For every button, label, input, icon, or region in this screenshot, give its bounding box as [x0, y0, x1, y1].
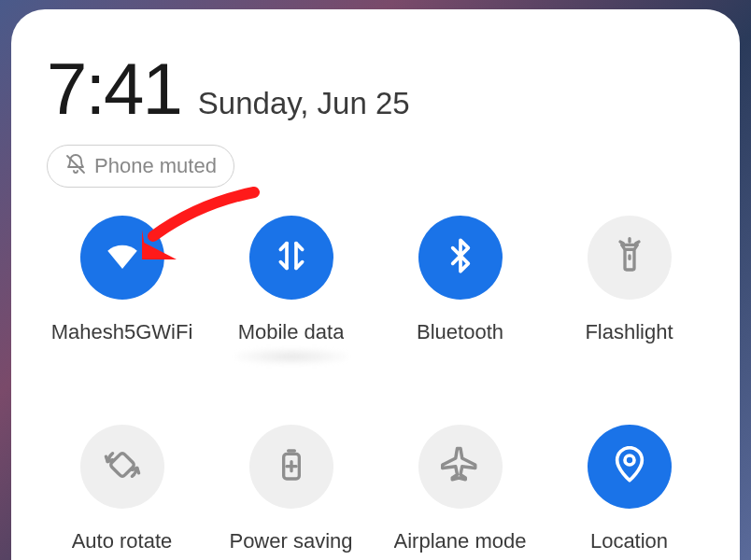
tile-label: Airplane mode — [394, 529, 527, 553]
tile-airplane-mode[interactable]: Airplane mode — [379, 425, 541, 553]
panel-header: 7:41 Sunday, Jun 25 — [47, 47, 714, 132]
svg-line-6 — [620, 242, 623, 244]
auto-rotate-icon — [103, 445, 142, 488]
tile-power-saving[interactable]: Power saving — [210, 425, 372, 553]
tile-label: Flashlight — [585, 320, 673, 344]
tile-label: Bluetooth — [417, 320, 503, 344]
tile-circle — [249, 425, 333, 509]
battery-plus-icon — [273, 446, 310, 487]
tile-circle — [418, 425, 503, 509]
tile-circle — [588, 425, 672, 509]
tile-wifi[interactable]: Mahesh5GWiFi — [41, 216, 203, 365]
location-pin-icon — [611, 446, 648, 487]
mute-status-pill[interactable]: Phone muted — [47, 145, 234, 188]
tile-label: Auto rotate — [72, 529, 173, 553]
svg-line-7 — [635, 242, 638, 244]
tile-label: Mahesh5GWiFi — [51, 320, 193, 344]
tile-label: Location — [590, 529, 668, 553]
flashlight-icon — [611, 237, 648, 278]
svg-rect-8 — [109, 452, 135, 477]
tile-circle — [80, 216, 164, 300]
time-display: 7:41 — [47, 47, 181, 132]
tile-circle — [249, 216, 333, 300]
quick-settings-panel: 7:41 Sunday, Jun 25 Phone muted Mahesh5G… — [11, 9, 740, 560]
tile-circle — [588, 216, 672, 300]
tile-auto-rotate[interactable]: Auto rotate — [41, 425, 203, 553]
mobile-data-icon — [273, 237, 310, 278]
airplane-icon — [441, 445, 480, 488]
tile-circle — [418, 216, 503, 300]
bell-muted-icon — [64, 153, 87, 179]
tile-bluetooth[interactable]: Bluetooth — [379, 216, 541, 365]
date-display: Sunday, Jun 25 — [198, 86, 410, 121]
mute-status-label: Phone muted — [94, 154, 217, 178]
tile-mobile-data[interactable]: Mobile data — [210, 216, 372, 365]
blurred-subtext — [235, 348, 347, 365]
tile-label: Mobile data — [238, 320, 345, 344]
bluetooth-icon — [442, 237, 479, 278]
tile-location[interactable]: Location — [548, 425, 710, 553]
svg-point-13 — [625, 455, 634, 465]
tile-label: Power saving — [229, 529, 352, 553]
wifi-icon — [103, 236, 142, 279]
quick-tiles-grid: Mahesh5GWiFi Mobile data — [37, 216, 714, 553]
tile-flashlight[interactable]: Flashlight — [548, 216, 710, 365]
tile-circle — [80, 425, 164, 509]
